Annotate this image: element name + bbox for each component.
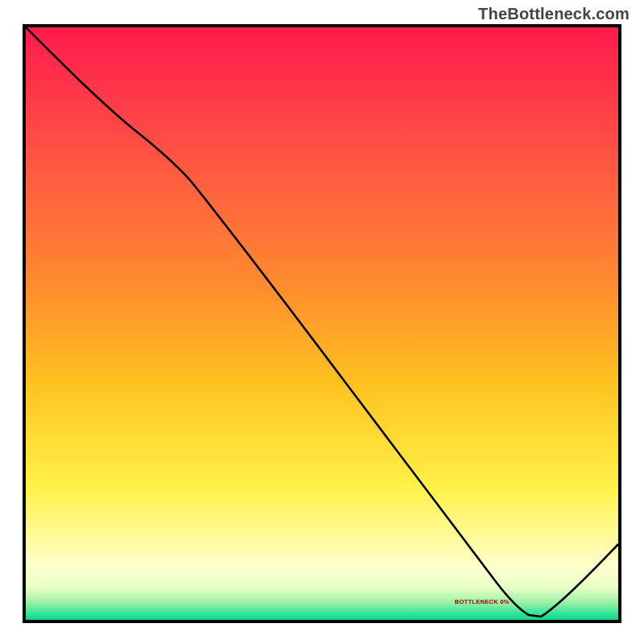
bottom-valley-label: BOTTLENECK 0% (455, 598, 510, 605)
line-chart (26, 27, 618, 620)
plot-frame: BOTTLENECK 0% (23, 24, 621, 623)
watermark-text: TheBottleneck.com (478, 5, 630, 23)
chart-container: TheBottleneck.com BOTTLENECK 0% (0, 0, 644, 644)
curve-path (26, 27, 618, 617)
